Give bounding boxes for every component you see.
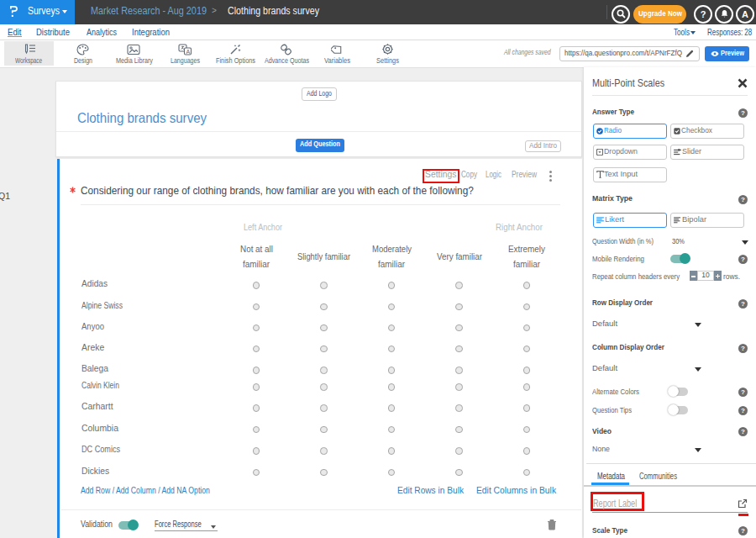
svg-text:A: A [186, 49, 191, 55]
